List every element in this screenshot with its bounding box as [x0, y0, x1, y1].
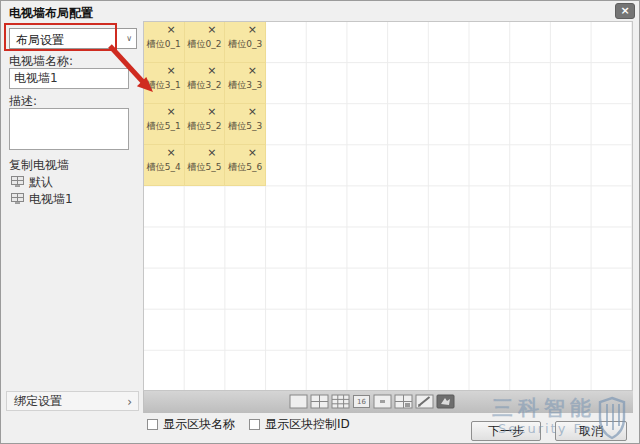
slot-cell[interactable]: ×槽位3_3 [225, 63, 266, 104]
remove-slot-icon[interactable]: × [248, 65, 257, 76]
slot-cell[interactable]: ×槽位3_1 [144, 63, 185, 104]
remove-slot-icon[interactable]: × [248, 106, 257, 117]
layout-icon-group: 16 [289, 394, 455, 409]
layout-16-label: 16 [357, 398, 366, 406]
slot-cell[interactable]: ×槽位0_1 [144, 22, 185, 63]
copy-wall-item-label: 电视墙1 [29, 191, 73, 208]
remove-slot-icon[interactable]: × [166, 24, 175, 35]
next-button[interactable]: 下一步 [471, 421, 541, 441]
tv-wall-layout-dialog: 电视墙布局配置 × 布局设置 ∨ 电视墙名称: 描述: 复制电视墙 默认 电视墙… [0, 0, 640, 444]
remove-slot-icon[interactable]: × [166, 106, 175, 117]
remove-slot-icon[interactable]: × [207, 147, 216, 158]
copy-wall-item-label: 默认 [29, 174, 53, 191]
description-input[interactable] [9, 108, 129, 150]
slot-cell[interactable]: ×槽位5_6 [225, 145, 266, 186]
layout-16-icon[interactable]: 16 [352, 394, 371, 409]
tv-wall-icon [11, 193, 24, 207]
remove-slot-icon[interactable]: × [207, 24, 216, 35]
slot-label: 槽位3_1 [144, 79, 184, 92]
slot-label: 槽位5_4 [144, 161, 184, 174]
wall-name-input[interactable] [9, 68, 129, 89]
slot-label: 槽位5_3 [225, 120, 265, 133]
layout-toolbar: 16 [143, 391, 633, 413]
copy-wall-label: 复制电视墙 [9, 157, 69, 174]
slot-cell[interactable]: ×槽位5_3 [225, 104, 266, 145]
cancel-button[interactable]: 取消 [555, 421, 627, 441]
display-options-row: 显示区块名称 显示区块控制ID [147, 416, 364, 433]
layout-mode-dropdown[interactable]: 布局设置 ∨ [9, 28, 137, 49]
close-icon[interactable]: × [615, 3, 635, 19]
slot-cell[interactable]: ×槽位0_3 [225, 22, 266, 63]
slot-cell[interactable]: ×槽位5_4 [144, 145, 185, 186]
layout-wide-icon[interactable] [373, 394, 392, 409]
show-block-name-label: 显示区块名称 [163, 416, 235, 433]
chevron-right-icon: › [127, 393, 132, 411]
binding-settings-label: 绑定设置 [14, 394, 62, 408]
show-block-id-checkbox[interactable] [249, 419, 260, 430]
slot-label: 槽位5_6 [225, 161, 265, 174]
layout-2x2-icon[interactable] [310, 394, 329, 409]
slot-label: 槽位5_2 [185, 120, 225, 133]
slot-label: 槽位5_5 [185, 161, 225, 174]
show-block-name-checkbox[interactable] [147, 419, 158, 430]
copy-wall-item-default[interactable]: 默认 [11, 174, 53, 191]
chevron-down-icon: ∨ [126, 34, 132, 43]
slot-label: 槽位0_3 [225, 38, 265, 51]
slot-cell[interactable]: ×槽位5_5 [185, 145, 226, 186]
slot-cells-block: ×槽位0_1 ×槽位0_2 ×槽位0_3 ×槽位3_1 ×槽位3_2 ×槽位3_… [144, 22, 266, 186]
dialog-title: 电视墙布局配置 [9, 5, 93, 22]
layout-canvas[interactable]: ×槽位0_1 ×槽位0_2 ×槽位0_3 ×槽位3_1 ×槽位3_2 ×槽位3_… [143, 21, 633, 391]
slot-cell[interactable]: ×槽位3_2 [185, 63, 226, 104]
copy-wall-item-wall1[interactable]: 电视墙1 [11, 191, 73, 208]
layout-apply-icon[interactable] [436, 394, 455, 409]
remove-slot-icon[interactable]: × [207, 65, 216, 76]
binding-settings-button[interactable]: 绑定设置 › [6, 391, 139, 411]
layout-mode-value: 布局设置 [16, 32, 64, 49]
layout-mixed-icon[interactable] [394, 394, 413, 409]
slot-label: 槽位5_1 [144, 120, 184, 133]
slot-cell[interactable]: ×槽位0_2 [185, 22, 226, 63]
slot-label: 槽位0_1 [144, 38, 184, 51]
remove-slot-icon[interactable]: × [248, 24, 257, 35]
slot-cell[interactable]: ×槽位5_2 [185, 104, 226, 145]
remove-slot-icon[interactable]: × [166, 147, 175, 158]
remove-slot-icon[interactable]: × [207, 106, 216, 117]
layout-single-icon[interactable] [289, 394, 308, 409]
tv-wall-icon [11, 176, 24, 190]
layout-3x3-icon[interactable] [331, 394, 350, 409]
show-block-id-label: 显示区块控制ID [265, 416, 350, 433]
slot-cell[interactable]: ×槽位5_1 [144, 104, 185, 145]
slot-label: 槽位3_3 [225, 79, 265, 92]
slot-label: 槽位3_2 [185, 79, 225, 92]
layout-custom-edit-icon[interactable] [415, 394, 434, 409]
slot-label: 槽位0_2 [185, 38, 225, 51]
remove-slot-icon[interactable]: × [248, 147, 257, 158]
remove-slot-icon[interactable]: × [166, 65, 175, 76]
